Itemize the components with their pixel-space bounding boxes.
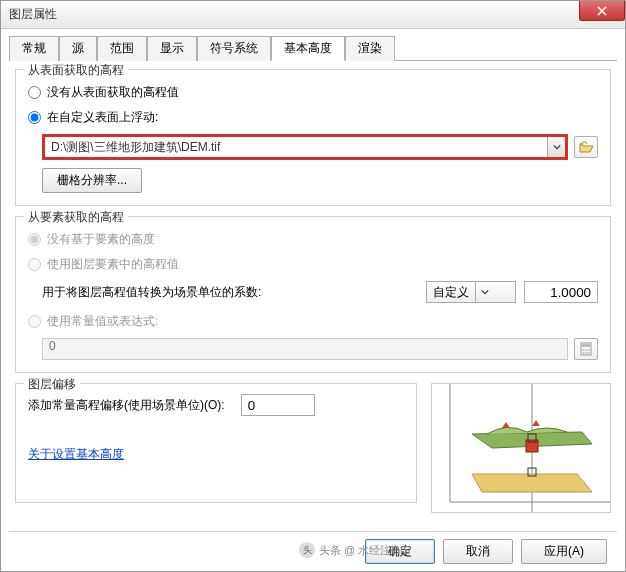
group-legend-2: 从要素获取的高程 bbox=[24, 209, 128, 226]
const-value-field: 0 bbox=[42, 338, 568, 360]
offset-row: 添加常量高程偏移(使用场景单位)(O): bbox=[28, 394, 404, 416]
cancel-button[interactable]: 取消 bbox=[443, 539, 513, 564]
tab-body: 从表面获取的高程 没有从表面获取的高程值 在自定义表面上浮动: D:\测图\三维… bbox=[9, 61, 617, 531]
preview-illustration bbox=[432, 384, 610, 512]
svg-point-4 bbox=[588, 349, 590, 351]
radio-use-const: 使用常量值或表达式: bbox=[28, 313, 598, 330]
factor-row: 用于将图层高程值转换为场景单位的系数: 自定义 bbox=[42, 281, 598, 303]
group-legend: 从表面获取的高程 bbox=[24, 62, 128, 79]
const-row: 0 bbox=[42, 338, 598, 360]
help-link[interactable]: 关于设置基本高度 bbox=[28, 446, 124, 463]
dialog-footer: 头 头条 @ 水经注GIS 确定 取消 应用(A) bbox=[9, 531, 617, 571]
apply-button[interactable]: 应用(A) bbox=[521, 539, 607, 564]
surface-path-row: D:\测图\三维地形加建筑\DEM.tif bbox=[42, 134, 598, 160]
close-button[interactable] bbox=[579, 1, 625, 21]
radio-float-surface-input[interactable] bbox=[28, 111, 41, 124]
svg-point-3 bbox=[585, 349, 587, 351]
elevation-preview bbox=[431, 383, 611, 513]
window-title: 图层属性 bbox=[9, 6, 57, 23]
group-offset: 图层偏移 添加常量高程偏移(使用场景单位)(O): 关于设置基本高度 bbox=[15, 383, 417, 503]
tab-strip: 常规 源 范围 显示 符号系统 基本高度 渲染 bbox=[9, 35, 617, 61]
offset-section: 图层偏移 添加常量高程偏移(使用场景单位)(O): 关于设置基本高度 bbox=[15, 383, 611, 513]
svg-point-5 bbox=[583, 352, 585, 354]
factor-label: 用于将图层高程值转换为场景单位的系数: bbox=[42, 284, 261, 301]
factor-unit-text: 自定义 bbox=[427, 284, 475, 301]
tab-display[interactable]: 显示 bbox=[147, 36, 197, 61]
content-area: 常规 源 范围 显示 符号系统 基本高度 渲染 从表面获取的高程 没有从表面获取… bbox=[1, 29, 625, 571]
group-feature-elevation: 从要素获取的高程 没有基于要素的高度 使用图层要素中的高程值 用于将图层高程值转… bbox=[15, 216, 611, 373]
factor-unit-select[interactable]: 自定义 bbox=[426, 281, 516, 303]
svg-marker-11 bbox=[472, 474, 592, 492]
radio-float-surface[interactable]: 在自定义表面上浮动: bbox=[28, 109, 598, 126]
tab-rendering[interactable]: 渲染 bbox=[345, 36, 395, 61]
tab-symbology[interactable]: 符号系统 bbox=[197, 36, 271, 61]
radio-use-layer: 使用图层要素中的高程值 bbox=[28, 256, 598, 273]
svg-point-6 bbox=[585, 352, 587, 354]
raster-resolution-button[interactable]: 栅格分辨率... bbox=[42, 168, 142, 193]
radio-no-surface-input[interactable] bbox=[28, 86, 41, 99]
radio-no-feature: 没有基于要素的高度 bbox=[28, 231, 598, 248]
radio-no-surface-label: 没有从表面获取的高程值 bbox=[47, 84, 179, 101]
svg-point-7 bbox=[588, 352, 590, 354]
browse-button[interactable] bbox=[574, 136, 598, 158]
tab-general[interactable]: 常规 bbox=[9, 36, 59, 61]
folder-open-icon bbox=[579, 141, 593, 153]
group-legend-3: 图层偏移 bbox=[24, 376, 80, 393]
chevron-down-icon[interactable] bbox=[475, 282, 493, 302]
dialog-window: 图层属性 常规 源 范围 显示 符号系统 基本高度 渲染 从表面获取的高程 没有… bbox=[0, 0, 626, 572]
tab-base-heights[interactable]: 基本高度 bbox=[271, 36, 345, 61]
offset-label: 添加常量高程偏移(使用场景单位)(O): bbox=[28, 397, 225, 414]
watermark-text: 头条 @ 水经注GIS bbox=[319, 543, 410, 558]
group-surface-elevation: 从表面获取的高程 没有从表面获取的高程值 在自定义表面上浮动: D:\测图\三维… bbox=[15, 69, 611, 206]
radio-no-surface[interactable]: 没有从表面获取的高程值 bbox=[28, 84, 598, 101]
watermark: 头 头条 @ 水经注GIS bbox=[299, 542, 410, 558]
chevron-down-icon[interactable] bbox=[547, 137, 565, 157]
surface-path-dropdown[interactable]: D:\测图\三维地形加建筑\DEM.tif bbox=[42, 134, 568, 160]
radio-use-layer-input bbox=[28, 258, 41, 271]
radio-no-feature-label: 没有基于要素的高度 bbox=[47, 231, 155, 248]
svg-rect-1 bbox=[582, 344, 590, 347]
surface-path-text: D:\测图\三维地形加建筑\DEM.tif bbox=[45, 139, 547, 156]
calculator-button bbox=[574, 338, 598, 360]
radio-use-const-input bbox=[28, 315, 41, 328]
calculator-icon bbox=[580, 342, 592, 356]
radio-no-feature-input bbox=[28, 233, 41, 246]
avatar-icon: 头 bbox=[299, 542, 315, 558]
radio-use-layer-label: 使用图层要素中的高程值 bbox=[47, 256, 179, 273]
offset-value-input[interactable] bbox=[241, 394, 315, 416]
radio-use-const-label: 使用常量值或表达式: bbox=[47, 313, 158, 330]
radio-float-surface-label: 在自定义表面上浮动: bbox=[47, 109, 158, 126]
svg-point-2 bbox=[583, 349, 585, 351]
tab-extent[interactable]: 范围 bbox=[97, 36, 147, 61]
factor-value-input[interactable] bbox=[524, 281, 598, 303]
titlebar: 图层属性 bbox=[1, 1, 625, 29]
tab-source[interactable]: 源 bbox=[59, 36, 97, 61]
